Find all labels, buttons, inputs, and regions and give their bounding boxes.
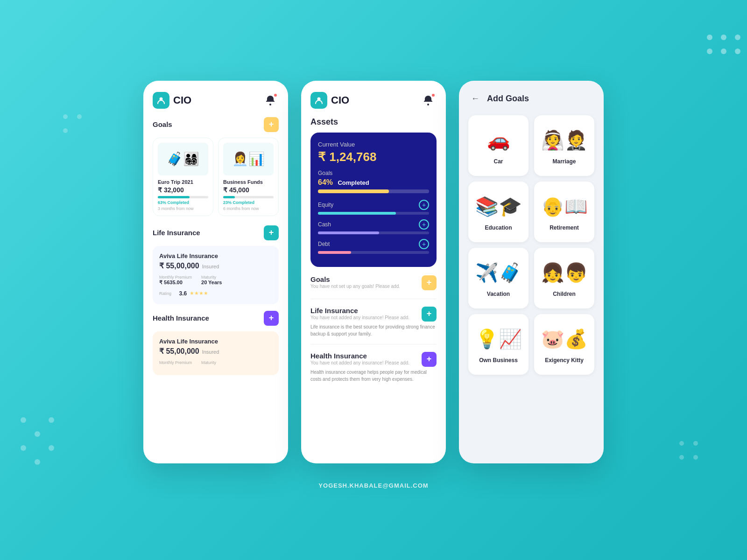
notification-icon-1[interactable] [262,92,279,109]
svg-point-13 [77,114,82,119]
notification-icon-2[interactable] [420,92,437,109]
goals-title: Goals [153,120,172,128]
svg-point-20 [269,104,271,105]
life-ins-label: Insured [202,264,219,269]
life-ins-section-header: Life Insurance + [153,225,279,240]
goal-tile-label-car: Car [493,158,503,165]
svg-point-4 [35,459,40,465]
progress-fill-euro [158,196,190,198]
svg-point-15 [679,441,684,446]
phones-row: CIO Goals + 🧳👨‍👩‍👧‍👦 Euro Trip 2021 ₹ 32… [134,71,613,473]
health-ins-info-header: Health Insurance You have not added any … [310,352,437,367]
goals-info-header: Goals You have not set up any goals! Ple… [310,275,437,290]
back-button[interactable]: ← [468,92,482,106]
goal-tile-img-retirement: 👴📖 [541,193,588,221]
goal-tile-children[interactable]: 👧👦 Children [534,248,594,308]
pct-text: Completed [338,179,369,186]
add-life-ins-info-button[interactable]: + [422,307,437,322]
phone-add-goals: ← Add Goals 🚗 Car 👰🤵 Marriage 📚🎓 Educati… [459,81,604,463]
progress-fill-business [223,196,235,198]
goals-progress-fill [318,189,389,193]
life-ins-info-sub: You have not added any insurance! Please… [310,315,409,321]
goal-tile-label-education: Education [485,224,512,231]
goal-tile-img-business: 💡📈 [475,325,522,353]
monthly-premium-value: ₹ 5635.00 [159,280,192,286]
maturity-item: Maturity 20 Years [201,275,222,286]
cash-plus-button[interactable]: + [419,219,429,230]
debt-label: Debt [318,241,330,247]
cash-bar-fill [318,231,379,234]
progress-label-business: 23% Completed [223,200,274,205]
debt-plus-button[interactable]: + [419,239,429,249]
svg-point-6 [707,35,712,40]
phone-goals: CIO Goals + 🧳👨‍👩‍👧‍👦 Euro Trip 2021 ₹ 32… [143,81,288,463]
cash-row: Cash + [318,219,429,234]
goal-tile-label-retirement: Retirement [550,224,579,231]
pct-num: 64% [318,178,333,186]
health-ins-amount: ₹ 55,00,000 [159,347,199,356]
rating-label: Rating [159,291,171,296]
equity-plus-button[interactable]: + [419,200,429,210]
equity-bar-fill [318,212,396,215]
life-ins-info-title: Life Insurance [310,307,409,315]
add-life-ins-button[interactable]: + [264,225,279,240]
life-ins-info-text: Life Insurance You have not added any in… [310,307,409,321]
add-health-ins-button[interactable]: + [264,311,279,326]
health-ins-title: Health Insurance [153,314,209,322]
health-ins-info-sub: You have not added any insurance! Please… [310,360,409,366]
health-ins-info-title: Health Insurance [310,352,409,360]
goal-time-business: 6 months from now [223,206,274,211]
health-ins-desc: Health insurance coverage helps people p… [310,369,437,383]
goal-card-business[interactable]: 👩‍💼📊 Business Funds ₹ 45,000 23% Complet… [218,138,279,216]
svg-point-12 [63,114,68,119]
rating-row: Rating 3.6 ★★★★ [159,289,272,298]
svg-point-17 [679,455,684,460]
goals-section-header: Goals + [153,117,279,132]
stars: ★★★★ [190,290,208,296]
add-goals-button[interactable]: + [264,117,279,132]
goal-card-euro[interactable]: 🧳👨‍👩‍👧‍👦 Euro Trip 2021 ₹ 32,000 63% Com… [153,138,213,216]
svg-point-11 [735,49,740,54]
goal-tile-img-education: 📚🎓 [475,193,522,221]
goal-tile-label-business: Own Business [479,357,518,364]
svg-point-18 [693,455,698,460]
svg-point-0 [21,417,26,423]
goal-tile-education[interactable]: 📚🎓 Education [468,182,529,242]
equity-row: Equity + [318,200,429,215]
current-value-label: Current Value [318,141,429,148]
assets-title: Assets [310,117,437,127]
goal-tile-exigency[interactable]: 🐷💰 Exigency Kitty [534,314,594,375]
equity-label: Equity [318,202,333,208]
goal-card-amount-euro: ₹ 32,000 [158,186,208,194]
svg-point-7 [721,35,726,40]
logo-icon-2 [310,92,327,109]
footer-email: YOGESH.KHABALE@GMAIL.COM [318,482,428,489]
progress-bar-business [223,196,274,198]
assets-dark-card: Current Value ₹ 1,24,768 Goals 64% Compl… [310,133,437,267]
add-health-ins-info-button[interactable]: + [422,352,437,367]
add-goals-info-button[interactable]: + [422,275,437,290]
monthly-premium-item: Monthly Premium ₹ 5635.00 [159,275,192,286]
current-value-amount: ₹ 1,24,768 [318,150,429,164]
goal-time-euro: 3 months from now [158,206,208,211]
goals-info-text: Goals You have not set up any goals! Ple… [310,275,400,290]
goal-tile-retirement[interactable]: 👴📖 Retirement [534,182,594,242]
goal-tile-marriage[interactable]: 👰🤵 Marriage [534,115,594,176]
rating-value: 3.6 [179,290,187,297]
goals-grid: 🚗 Car 👰🤵 Marriage 📚🎓 Education 👴📖 Retire… [468,115,594,375]
goal-tile-car[interactable]: 🚗 Car [468,115,529,176]
goals-row: 🧳👨‍👩‍👧‍👦 Euro Trip 2021 ₹ 32,000 63% Com… [153,138,279,216]
goal-tile-business[interactable]: 💡📈 Own Business [468,314,529,375]
svg-point-16 [693,441,698,446]
health-ins-name: Aviva Life Insurance [159,338,272,345]
phone-assets: CIO Assets Current Value ₹ 1,24,768 Goal… [301,81,446,463]
goal-tile-vacation[interactable]: ✈️🧳 Vacation [468,248,529,308]
goals-progress-bar [318,189,429,193]
goal-tile-img-children: 👧👦 [541,259,588,287]
svg-point-22 [427,104,429,105]
goals-info-section: Goals You have not set up any goals! Ple… [310,275,437,299]
goal-tile-img-marriage: 👰🤵 [541,126,588,154]
svg-point-10 [721,49,726,54]
goal-tile-img-vacation: ✈️🧳 [475,259,522,287]
life-ins-amount: ₹ 55,00,000 [159,261,199,270]
